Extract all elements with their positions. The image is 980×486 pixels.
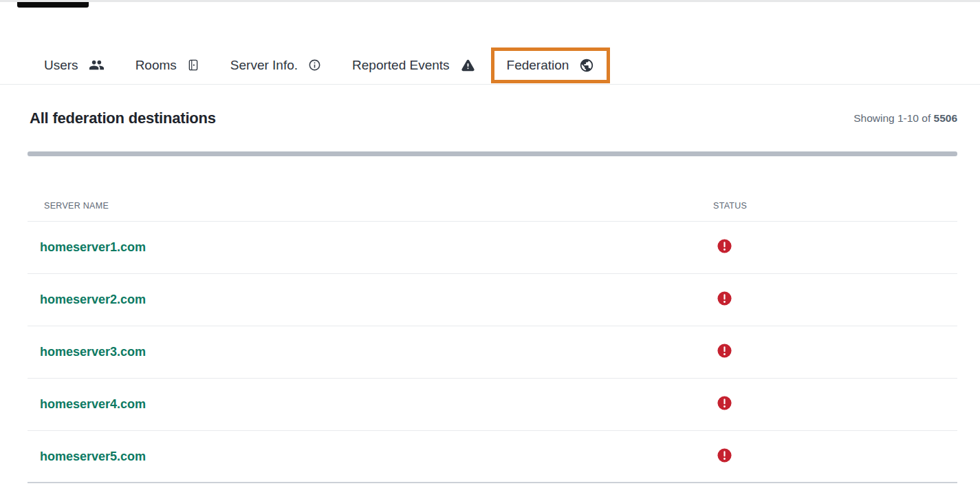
tab-server-info[interactable]: Server Info. — [230, 58, 321, 73]
page-header: All federation destinations Showing 1-10… — [30, 85, 957, 151]
federation-admin-page: Users Rooms Server Info. Reported Events — [0, 0, 980, 486]
page-title: All federation destinations — [30, 109, 216, 127]
globe-icon — [579, 58, 594, 73]
server-link[interactable]: homeserver2.com — [40, 293, 146, 306]
alert-icon — [717, 238, 732, 257]
status-cell — [713, 395, 732, 414]
tab-reported-events[interactable]: Reported Events — [352, 57, 476, 73]
section-divider-bar — [28, 151, 957, 156]
tab-users[interactable]: Users — [44, 57, 105, 73]
alert-icon — [717, 343, 732, 361]
showing-prefix: Showing 1-10 of — [853, 112, 930, 124]
alert-icon — [717, 447, 732, 466]
server-link[interactable]: homeserver5.com — [40, 450, 146, 463]
tab-reported-events-label: Reported Events — [352, 58, 450, 73]
server-name-cell: homeserver2.com — [28, 293, 713, 307]
server-name-cell: homeserver1.com — [28, 240, 713, 255]
people-icon — [89, 57, 105, 73]
server-link[interactable]: homeserver3.com — [40, 345, 146, 359]
server-link[interactable]: homeserver4.com — [40, 397, 146, 411]
server-link[interactable]: homeserver1.com — [40, 240, 146, 254]
table-header-row: SERVER NAME STATUS — [28, 156, 957, 222]
status-cell — [713, 238, 732, 257]
tab-rooms-label: Rooms — [135, 58, 177, 73]
server-name-cell: homeserver3.com — [28, 345, 713, 359]
table-row: homeserver3.com — [28, 326, 957, 379]
table-row: homeserver4.com — [28, 379, 957, 431]
column-header-status: STATUS — [713, 201, 747, 211]
alert-icon — [717, 395, 732, 414]
admin-tab-bar: Users Rooms Server Info. Reported Events — [0, 46, 980, 85]
warning-icon — [460, 57, 476, 73]
table-row: homeserver2.com — [28, 274, 957, 326]
info-icon — [308, 59, 321, 72]
showing-count: Showing 1-10 of 5506 — [853, 112, 957, 125]
server-name-cell: homeserver4.com — [28, 397, 713, 412]
status-cell — [713, 447, 732, 466]
status-cell — [713, 290, 732, 309]
table-row: homeserver1.com — [28, 222, 957, 274]
tab-server-info-label: Server Info. — [230, 58, 298, 73]
tab-federation[interactable]: Federation — [491, 47, 611, 83]
table-row: homeserver5.com — [28, 431, 957, 483]
alert-icon — [717, 290, 732, 309]
tab-users-label: Users — [44, 58, 78, 73]
column-header-server-name: SERVER NAME — [28, 201, 713, 211]
showing-total: 5506 — [934, 112, 957, 124]
server-name-cell: homeserver5.com — [28, 450, 713, 464]
top-left-black-bar — [17, 2, 89, 8]
door-icon — [187, 58, 199, 72]
status-cell — [713, 343, 732, 361]
tab-rooms[interactable]: Rooms — [135, 58, 199, 73]
tab-federation-label: Federation — [507, 58, 569, 73]
